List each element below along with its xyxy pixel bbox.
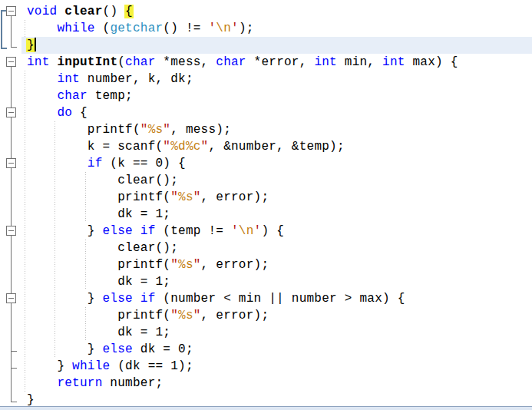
code-token: { xyxy=(72,106,88,120)
code-token: int xyxy=(57,72,80,86)
code-token: do xyxy=(57,106,72,120)
code-token: , mess); xyxy=(170,123,231,137)
code-token: if xyxy=(140,224,156,238)
code-token: ); xyxy=(239,21,254,35)
code-token: char xyxy=(57,89,87,103)
code-line-2[interactable]: while (getchar() != '\n'); xyxy=(27,20,254,37)
code-line-5[interactable]: int number, k, dk; xyxy=(27,71,193,88)
code-token: " xyxy=(193,258,201,272)
code-token: %s xyxy=(148,123,164,137)
code-token: void xyxy=(27,5,57,18)
code-token: ' xyxy=(254,224,262,238)
code-line-19[interactable]: printf("%s", error); xyxy=(27,307,269,324)
code-token xyxy=(27,72,57,86)
code-token: ' xyxy=(231,224,239,238)
fold-collapse-button-line-4[interactable] xyxy=(6,57,16,67)
code-token: getchar xyxy=(110,21,163,35)
indent-guide xyxy=(25,20,25,37)
code-token: () != xyxy=(163,21,208,35)
code-token: %s xyxy=(178,309,193,322)
code-token: %s xyxy=(178,258,193,272)
code-line-14[interactable]: } else if (temp != '\n') { xyxy=(27,223,284,240)
code-line-18[interactable]: } else if (number < min || number > max)… xyxy=(27,290,405,307)
code-token: } xyxy=(27,342,103,356)
code-token: inputInt xyxy=(57,55,117,69)
code-token: \n xyxy=(239,224,254,238)
code-line-11[interactable]: clear(); xyxy=(27,172,178,189)
code-line-10[interactable]: if (k == 0) { xyxy=(27,155,186,172)
code-token xyxy=(27,106,57,120)
code-token: " xyxy=(170,258,178,272)
fold-collapse-button-line-18[interactable] xyxy=(6,293,16,303)
code-token: char xyxy=(125,55,155,69)
code-token: ( xyxy=(117,55,125,69)
code-token: , error); xyxy=(201,190,269,204)
code-token: %d%c xyxy=(170,140,200,154)
code-token: %s xyxy=(178,190,193,204)
text-caret xyxy=(35,38,36,51)
code-token xyxy=(27,21,57,35)
current-line-highlight xyxy=(21,37,532,54)
code-token: " xyxy=(170,190,178,204)
code-token: dk = 1; xyxy=(27,326,170,339)
code-token: , &number, &temp); xyxy=(208,140,344,154)
code-token: int xyxy=(382,55,405,69)
code-token: number, k, dk; xyxy=(80,72,193,86)
code-token: *mess, xyxy=(156,55,216,69)
code-token: ' xyxy=(208,21,216,35)
code-token: (dk == 1); xyxy=(110,359,193,373)
code-line-3[interactable]: } xyxy=(27,37,36,54)
fold-region-end-tick xyxy=(11,368,17,369)
fold-collapse-button-line-7[interactable] xyxy=(6,107,16,117)
code-line-8[interactable]: printf("%s", mess); xyxy=(27,121,231,138)
fold-region-end-tick xyxy=(11,351,17,352)
fold-collapse-button-line-1[interactable] xyxy=(6,6,16,16)
code-token: " xyxy=(163,123,170,137)
code-token: while xyxy=(72,359,110,373)
code-line-23[interactable]: return number; xyxy=(27,375,163,392)
fold-collapse-button-line-10[interactable] xyxy=(6,158,16,168)
code-token: (temp != xyxy=(155,224,231,238)
code-token: (k == 0) { xyxy=(103,157,186,170)
code-token xyxy=(27,157,88,170)
code-token: else xyxy=(103,224,133,238)
code-token: printf( xyxy=(27,123,140,137)
code-token: printf( xyxy=(27,309,170,322)
code-token xyxy=(27,376,57,390)
code-token: (number < min || number > max) { xyxy=(155,292,405,306)
code-token: int xyxy=(314,55,337,69)
code-line-15[interactable]: clear(); xyxy=(27,240,178,256)
code-line-22[interactable]: } while (dk == 1); xyxy=(27,358,193,375)
code-line-4[interactable]: int inputInt(char *mess, char *error, in… xyxy=(27,54,458,71)
code-line-6[interactable]: char temp; xyxy=(27,88,133,104)
code-token: k = scanf( xyxy=(27,140,163,154)
code-token: *error, xyxy=(246,55,315,69)
code-token: number; xyxy=(103,376,164,390)
code-token xyxy=(133,292,140,306)
code-line-7[interactable]: do { xyxy=(27,104,88,121)
code-line-16[interactable]: printf("%s", error); xyxy=(27,256,269,273)
code-token: } xyxy=(27,359,72,373)
code-line-17[interactable]: dk = 1; xyxy=(27,273,170,290)
code-line-21[interactable]: } else dk = 0; xyxy=(27,341,193,358)
code-token: return xyxy=(57,376,102,390)
code-token: temp; xyxy=(88,89,133,103)
code-editor[interactable]: void clear() { while (getchar() != '\n')… xyxy=(0,0,532,410)
code-line-1[interactable]: void clear() { xyxy=(27,3,133,20)
code-line-9[interactable]: k = scanf("%d%c", &number, &temp); xyxy=(27,138,345,155)
code-token: if xyxy=(88,157,103,170)
code-token: printf( xyxy=(27,258,170,272)
code-token: , error); xyxy=(201,309,269,322)
code-line-12[interactable]: printf("%s", error); xyxy=(27,189,269,206)
code-token: } xyxy=(27,292,103,306)
code-line-13[interactable]: dk = 1; xyxy=(27,206,170,223)
code-token: int xyxy=(27,55,50,69)
fold-collapse-button-line-14[interactable] xyxy=(6,226,16,236)
code-line-20[interactable]: dk = 1; xyxy=(27,324,170,341)
code-token: dk = 1; xyxy=(27,275,170,289)
code-token: dk = 0; xyxy=(133,342,193,356)
fold-region-end-tick xyxy=(11,402,17,402)
code-token: } xyxy=(27,224,103,238)
code-token xyxy=(57,5,64,18)
code-token: while xyxy=(57,21,94,35)
